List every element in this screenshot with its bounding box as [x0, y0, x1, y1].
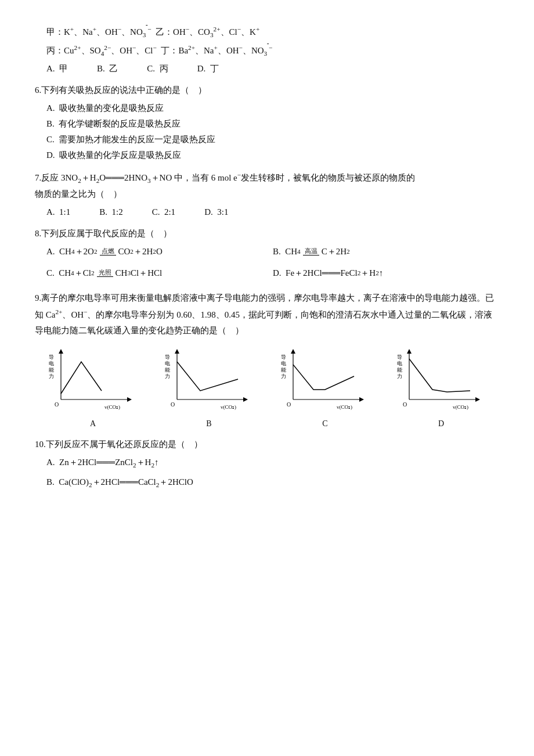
- q8-optB: B. CH4 高温 C＋2H2: [273, 244, 499, 260]
- q7-text: 7.反应 3NO2＋H2O═══2HNO3＋NO 中，当有 6 mol e−发生…: [35, 169, 499, 202]
- page-content: 甲：K+、Na+、OH−、NO3 − 乙：OH−、CO32+、Cl−、K+ 丙：…: [35, 23, 499, 491]
- svg-text:能: 能: [397, 367, 402, 373]
- svg-text:导: 导: [49, 354, 54, 360]
- q6-optB: B. 有化学键断裂的反应是吸热反应: [46, 116, 499, 132]
- svg-text:电: 电: [165, 361, 170, 366]
- svg-text:O: O: [403, 401, 407, 408]
- svg-text:能: 能: [165, 367, 170, 373]
- svg-text:导: 导: [397, 354, 402, 360]
- q10-options: A. Zn＋2HCl═══ZnCl2＋H2↑ B. Ca(ClO)2＋2HCl═…: [35, 455, 499, 491]
- q5-optD: D. 丁: [197, 61, 219, 77]
- q7-section: 7.反应 3NO2＋H2O═══2HNO3＋NO 中，当有 6 mol e−发生…: [35, 169, 499, 220]
- q6-options: A. 吸收热量的变化是吸热反应 B. 有化学键断裂的反应是吸热反应 C. 需要加…: [35, 100, 499, 163]
- q6-optA: A. 吸收热量的变化是吸热反应: [46, 100, 499, 116]
- q9-label-c: C: [322, 416, 327, 431]
- svg-text:O: O: [55, 401, 59, 408]
- q5-row2: 丙：Cu2+、SO42−、OH−、Cl− 丁：Ba2+、Na+、OH−、NO3 …: [35, 42, 499, 59]
- svg-text:能: 能: [281, 367, 286, 373]
- q10-optB: B. Ca(ClO)2＋2HCl═══CaCl2＋2HClO: [46, 474, 499, 491]
- svg-marker-33: [475, 397, 480, 402]
- svg-text:电: 电: [281, 361, 286, 366]
- q7-optB: B. 1:2: [99, 204, 122, 220]
- svg-marker-22: [291, 349, 295, 354]
- q8-optC: C. CH4＋Cl2 光照 CH3Cl＋HCl: [46, 265, 273, 281]
- q10-text: 10.下列反应不属于氧化还原反应的是（ ）: [35, 437, 499, 452]
- q5-optB: B. 乙: [97, 61, 118, 77]
- q6-text: 6.下列有关吸热反应的说法中正确的是（ ）: [35, 82, 499, 98]
- q6-section: 6.下列有关吸热反应的说法中正确的是（ ） A. 吸收热量的变化是吸热反应 B.…: [35, 82, 499, 163]
- q6-optC: C. 需要加热才能发生的反应一定是吸热反应: [46, 132, 499, 147]
- q5-section: 甲：K+、Na+、OH−、NO3 − 乙：OH−、CO32+、Cl−、K+ 丙：…: [35, 23, 499, 77]
- svg-text:v(CO₂): v(CO₂): [337, 404, 352, 410]
- q9-graph-d: 导 电 能 力 v(CO₂) O D: [395, 344, 488, 431]
- q9-label-a: A: [90, 416, 96, 431]
- q7-options: A. 1:1 B. 1:2 C. 2:1 D. 3:1: [35, 204, 499, 220]
- svg-text:v(CO₂): v(CO₂): [453, 404, 468, 410]
- svg-text:O: O: [171, 401, 175, 408]
- svg-text:导: 导: [165, 354, 170, 360]
- svg-text:能: 能: [49, 367, 54, 373]
- svg-marker-32: [407, 349, 412, 354]
- svg-text:力: 力: [49, 373, 54, 379]
- q10-section: 10.下列反应不属于氧化还原反应的是（ ） A. Zn＋2HCl═══ZnCl2…: [35, 437, 499, 491]
- q10-optA: A. Zn＋2HCl═══ZnCl2＋H2↑: [46, 455, 499, 471]
- svg-text:电: 电: [397, 361, 402, 366]
- q8-text: 8.下列反应属于取代反应的是（ ）: [35, 226, 499, 242]
- q9-label-d: D: [438, 416, 444, 431]
- q9-section: 9.离子的摩尔电导率可用来衡量电解质溶液中离子导电能力的强弱，摩尔电导率越大，离…: [35, 290, 499, 431]
- svg-text:力: 力: [397, 373, 402, 379]
- svg-text:v(CO₂): v(CO₂): [221, 404, 236, 410]
- svg-text:O: O: [287, 401, 291, 408]
- q9-graph-b: 导 电 能 力 v(CO₂) O B: [163, 344, 255, 431]
- svg-marker-12: [175, 349, 179, 354]
- q9-graph-a: 导 电 能 力 v(CO₂) O A: [46, 344, 139, 431]
- q8-optA: A. CH4＋2O2 点燃 CO2＋2H2O: [46, 244, 273, 260]
- q7-optA: A. 1:1: [46, 204, 70, 220]
- q9-label-b: B: [206, 416, 211, 431]
- q5-row1: 甲：K+、Na+、OH−、NO3 − 乙：OH−、CO32+、Cl−、K+: [35, 23, 499, 41]
- q5-options: A. 甲 B. 乙 C. 丙 D. 丁: [35, 61, 499, 77]
- svg-text:v(CO₂): v(CO₂): [104, 404, 120, 410]
- q9-graph-c: 导 电 能 力 v(CO₂) O C: [279, 344, 371, 431]
- q9-graphs: 导 电 能 力 v(CO₂) O A: [35, 344, 499, 431]
- svg-text:力: 力: [281, 373, 286, 379]
- svg-marker-3: [127, 397, 132, 402]
- svg-marker-23: [359, 397, 364, 402]
- svg-text:电: 电: [49, 361, 54, 366]
- svg-marker-2: [59, 349, 63, 354]
- q8-optD: D. Fe＋2HCl═══FeCl2＋H2↑: [273, 265, 499, 281]
- svg-marker-13: [243, 397, 248, 402]
- q9-text: 9.离子的摩尔电导率可用来衡量电解质溶液中离子导电能力的强弱，摩尔电导率越大，离…: [35, 290, 499, 339]
- q6-optD: D. 吸收热量的化学反应是吸热反应: [46, 147, 499, 163]
- q5-optC: C. 丙: [147, 61, 168, 77]
- svg-text:力: 力: [165, 373, 170, 379]
- q7-optD: D. 3:1: [204, 204, 228, 220]
- svg-text:导: 导: [281, 354, 286, 360]
- q7-optC: C. 2:1: [152, 204, 175, 220]
- q5-optA: A. 甲: [46, 61, 68, 77]
- q8-section: 8.下列反应属于取代反应的是（ ） A. CH4＋2O2 点燃 CO2＋2H2O…: [35, 226, 499, 285]
